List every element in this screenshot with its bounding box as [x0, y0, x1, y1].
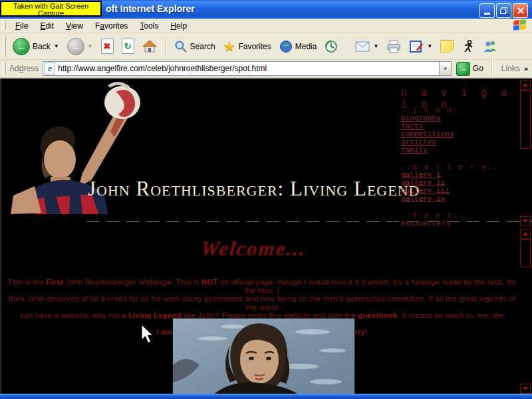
search-label: Search — [190, 42, 215, 51]
scroll-down-icon — [523, 219, 528, 223]
main-frame: Welcome... This is the First John Roethl… — [1, 227, 532, 395]
menu-favorites[interactable]: Favorites — [89, 20, 134, 32]
menu-edit[interactable]: Edit — [34, 20, 60, 32]
links-toolbar[interactable]: Links » — [496, 64, 532, 73]
discuss-button[interactable] — [437, 38, 457, 55]
favorites-button[interactable]: ★ Favorites — [220, 38, 275, 55]
address-label: Address — [9, 64, 39, 73]
nav-link-family[interactable]: family — [401, 146, 499, 154]
refresh-icon: ↻ — [122, 39, 134, 54]
standard-buttons-toolbar: ← Back ▼ → ▼ ✖ ↻ Search ★ Favorites — [0, 33, 532, 60]
toolbar-separator — [346, 37, 347, 56]
restore-icon — [500, 7, 507, 14]
main-frame-scrollbar[interactable] — [520, 229, 531, 394]
scroll-up-button[interactable] — [520, 229, 531, 239]
toolbar-grip[interactable] — [3, 35, 6, 57]
menu-view[interactable]: View — [60, 20, 89, 32]
scroll-up-icon — [523, 83, 528, 86]
fan-photo — [172, 318, 355, 395]
scroll-up-button[interactable] — [520, 80, 531, 90]
media-label: Media — [295, 42, 317, 51]
restore-button[interactable] — [496, 3, 511, 18]
forward-icon: → — [67, 38, 84, 55]
ie-window: oft Internet Explorer Taken with Galt Sc… — [0, 0, 532, 399]
ie-page-icon: e — [45, 63, 55, 74]
history-icon — [325, 40, 338, 53]
favorites-label: Favorites — [238, 42, 271, 51]
home-button[interactable] — [139, 38, 160, 55]
running-man-icon — [462, 40, 475, 53]
scroll-down-button[interactable] — [520, 384, 531, 394]
links-label: Links — [501, 64, 520, 73]
aim-button[interactable] — [458, 38, 478, 55]
search-icon — [174, 40, 188, 53]
title-bar: oft Internet Explorer Taken with Galt Sc… — [0, 0, 532, 19]
navigation-panel: .:j o h n:. biography facts competitions… — [401, 106, 499, 227]
scrollbar-thumb[interactable] — [520, 90, 531, 149]
stop-button[interactable]: ✖ — [98, 37, 117, 56]
stop-icon: ✖ — [101, 39, 114, 54]
scrollbar-thumb[interactable] — [520, 239, 531, 267]
scroll-down-button[interactable] — [520, 216, 531, 226]
search-button[interactable]: Search — [171, 38, 219, 55]
window-bottom-edge — [0, 394, 532, 399]
address-bar: Address e http://www.angelfire.com/celeb… — [0, 60, 532, 78]
address-dropdown-button[interactable]: ▼ — [440, 61, 452, 76]
scroll-down-icon — [523, 387, 528, 390]
back-button[interactable]: ← Back ▼ — [9, 36, 63, 57]
window-title: oft Internet Explorer — [106, 3, 195, 14]
url-text: http://www.angelfire.com/celeb/johnroeth… — [58, 64, 267, 73]
site-title: John Roethlisberger: Living Legend — [88, 177, 400, 201]
go-arrow-icon: → — [456, 62, 470, 76]
toolbar-separator — [491, 59, 493, 78]
sticky-note-icon — [440, 40, 454, 53]
back-label: Back — [33, 42, 51, 51]
edit-icon — [409, 40, 424, 53]
go-label: Go — [473, 64, 483, 73]
edit-button[interactable]: ▼ — [406, 38, 436, 55]
toolbar-grip[interactable] — [3, 62, 6, 75]
menu-file[interactable]: File — [9, 20, 34, 32]
menu-tools[interactable]: Tools — [134, 20, 164, 32]
toolbar-grip[interactable] — [3, 21, 6, 31]
forward-dropdown-icon[interactable]: ▼ — [88, 43, 93, 49]
minimize-button[interactable] — [479, 3, 495, 18]
messenger-button[interactable] — [479, 38, 501, 55]
go-button[interactable]: → Go — [452, 62, 488, 76]
welcome-text: Welcome... — [1, 237, 507, 261]
nav-link-gallery-iv[interactable]: gallery iv — [401, 195, 499, 203]
print-button[interactable] — [383, 38, 404, 55]
menu-help[interactable]: Help — [164, 20, 193, 32]
menu-bar: File Edit View Favorites Tools Help — [0, 19, 532, 33]
messenger-people-icon — [483, 40, 497, 53]
nav-link-encounters[interactable]: encounters — [401, 219, 499, 227]
print-icon — [386, 40, 401, 53]
header-frame-scrollbar[interactable] — [520, 80, 531, 226]
close-button[interactable] — [513, 3, 528, 18]
paragraph-line: think John deserves at lot a credit for … — [3, 295, 521, 311]
close-icon — [517, 7, 524, 14]
home-icon — [142, 40, 157, 53]
edit-dropdown-icon[interactable]: ▼ — [427, 43, 432, 49]
windows-logo-icon — [513, 19, 527, 31]
banner-line1: Taken with Galt Screen Capture — [1, 3, 100, 17]
favorites-star-icon: ★ — [223, 40, 236, 53]
mail-dropdown-icon[interactable]: ▼ — [373, 43, 378, 49]
header-frame: John Roethlisberger: Living Legend __ __… — [1, 78, 532, 227]
toolbar-separator — [165, 37, 166, 56]
screen-capture-banner: Taken with Galt Screen Capture shareware… — [0, 1, 102, 17]
forward-button[interactable]: → ▼ — [64, 36, 96, 57]
address-input[interactable]: e http://www.angelfire.com/celeb/johnroe… — [43, 61, 440, 76]
paragraph-line: This is the First John Roethlisberger We… — [3, 278, 521, 295]
media-button[interactable]: ♪ Media — [276, 38, 321, 55]
history-button[interactable] — [321, 38, 341, 55]
scroll-up-icon — [523, 232, 528, 235]
links-chevron-icon: » — [524, 65, 528, 72]
refresh-button[interactable]: ↻ — [118, 37, 138, 56]
mail-button[interactable]: ▼ — [352, 39, 382, 54]
back-icon: ← — [13, 38, 30, 55]
media-icon: ♪ — [279, 40, 293, 53]
back-dropdown-icon[interactable]: ▼ — [54, 43, 59, 49]
browser-viewport: John Roethlisberger: Living Legend __ __… — [0, 78, 532, 395]
svg-text:♪: ♪ — [285, 43, 289, 53]
